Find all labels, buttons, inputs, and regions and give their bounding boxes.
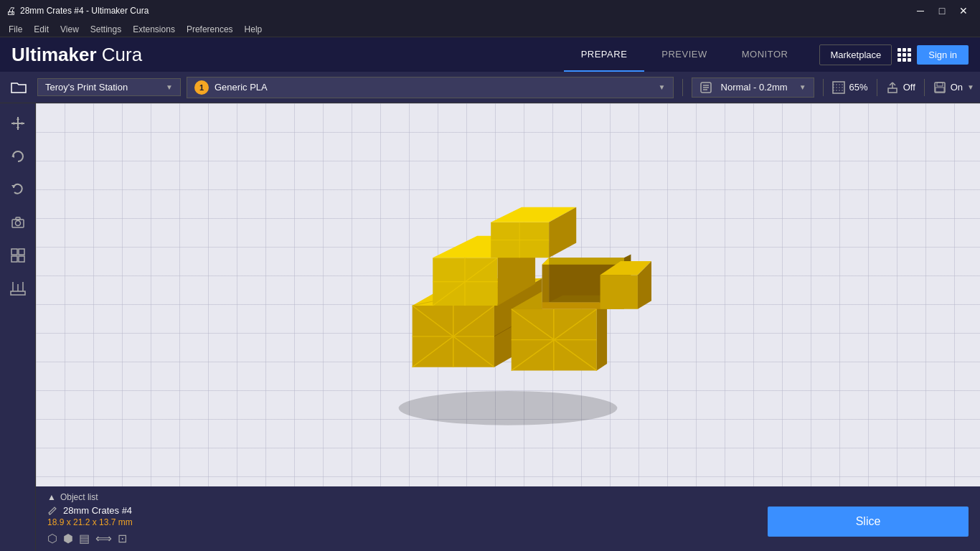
- camera-tool[interactable]: [5, 209, 31, 235]
- save-control[interactable]: On ▼: [933, 81, 974, 94]
- collapse-icon: ▲: [47, 492, 56, 502]
- material-badge: 1: [194, 80, 209, 95]
- menu-edit[interactable]: Edit: [28, 23, 55, 36]
- profile-dropdown-arrow[interactable]: ▼: [799, 83, 806, 91]
- tab-preview[interactable]: PREVIEW: [644, 37, 724, 72]
- toolbar-divider-1: [682, 79, 683, 96]
- object-solid-icon[interactable]: ⬢: [63, 532, 73, 545]
- svg-rect-25: [16, 217, 20, 220]
- save-dropdown-arrow[interactable]: ▼: [967, 83, 974, 91]
- app-logo: Ultimaker Cura: [11, 44, 142, 66]
- object-mirror-icon[interactable]: ⟺: [95, 532, 112, 545]
- material-dropdown-arrow[interactable]: ▼: [659, 83, 666, 91]
- svg-rect-27: [19, 249, 24, 255]
- marketplace-button[interactable]: Marketplace: [819, 44, 892, 65]
- left-sidebar: [0, 103, 36, 551]
- main-area: ▲ Object list 28mm Crates #4 18.9 x 21.2…: [0, 103, 980, 551]
- svg-rect-30: [11, 291, 25, 295]
- object-list-label: Object list: [60, 492, 98, 502]
- move-tool[interactable]: [5, 110, 31, 136]
- nav-tabs: PREPARE PREVIEW MONITOR: [564, 37, 806, 72]
- object-view-icon[interactable]: ⬡: [47, 532, 57, 545]
- rotate-tool[interactable]: [5, 143, 31, 169]
- save-label: On: [951, 82, 963, 93]
- window-title: 28mm Crates #4 - Ultimaker Cura: [20, 6, 149, 16]
- printer-name: Teroy's Print Station: [45, 82, 128, 93]
- slice-panel: Slice: [768, 507, 969, 537]
- maximize-button[interactable]: □: [931, 0, 953, 22]
- toolbar-divider-3: [877, 79, 877, 96]
- menu-preferences[interactable]: Preferences: [181, 23, 239, 36]
- material-name: Generic PLA: [215, 82, 268, 93]
- menu-help[interactable]: Help: [239, 23, 268, 36]
- infill-percent: 65%: [849, 82, 868, 93]
- svg-marker-20: [22, 122, 24, 125]
- support-control[interactable]: Off: [886, 81, 915, 94]
- support-tool[interactable]: [5, 276, 31, 301]
- menu-bar: File Edit View Settings Extensions Prefe…: [0, 22, 980, 37]
- object-list-header[interactable]: ▲ Object list: [47, 492, 969, 502]
- svg-rect-28: [11, 256, 17, 262]
- menu-extensions[interactable]: Extensions: [127, 23, 181, 36]
- svg-point-24: [15, 221, 20, 226]
- slice-button[interactable]: Slice: [768, 507, 969, 537]
- svg-marker-18: [17, 127, 19, 130]
- toolbar-divider-2: [823, 79, 824, 96]
- toolbar-divider-4: [924, 79, 925, 96]
- 3d-model: [364, 169, 651, 442]
- printer-dropdown-arrow[interactable]: ▼: [166, 83, 173, 91]
- svg-rect-29: [19, 256, 24, 262]
- tab-prepare[interactable]: PREPARE: [564, 37, 645, 72]
- tab-monitor[interactable]: MONITOR: [725, 37, 806, 72]
- svg-rect-26: [11, 249, 17, 255]
- svg-marker-70: [600, 275, 638, 309]
- object-layer-icon[interactable]: ▤: [79, 532, 90, 545]
- signin-button[interactable]: Sign in: [917, 45, 969, 65]
- svg-rect-14: [936, 88, 944, 92]
- menu-file[interactable]: File: [3, 23, 28, 36]
- menu-settings[interactable]: Settings: [85, 23, 127, 36]
- svg-point-34: [399, 391, 618, 425]
- close-button[interactable]: ✕: [953, 0, 974, 22]
- top-nav: Ultimaker Cura PREPARE PREVIEW MONITOR M…: [0, 37, 980, 72]
- toolbar: Teroy's Print Station ▼ 1 Generic PLA ▼ …: [0, 72, 980, 103]
- logo-part1: Ultimaker: [11, 44, 97, 65]
- minimize-button[interactable]: ─: [910, 0, 931, 22]
- printer-selector[interactable]: Teroy's Print Station ▼: [37, 78, 181, 96]
- open-folder-button[interactable]: [6, 75, 32, 100]
- menu-view[interactable]: View: [55, 23, 85, 36]
- title-bar: 🖨 28mm Crates #4 - Ultimaker Cura ─ □ ✕: [0, 0, 980, 22]
- svg-marker-19: [11, 122, 14, 125]
- object-settings-icon[interactable]: ⊡: [118, 532, 127, 545]
- svg-rect-8: [888, 88, 897, 93]
- svg-marker-59: [542, 258, 550, 309]
- nav-right: Marketplace Sign in: [819, 44, 969, 65]
- material-selector[interactable]: 1 Generic PLA ▼: [187, 77, 674, 98]
- grid-icon[interactable]: [897, 48, 911, 62]
- svg-marker-22: [11, 185, 16, 188]
- svg-marker-17: [17, 117, 19, 120]
- undo-tool[interactable]: [5, 176, 31, 202]
- infill-control[interactable]: 65%: [832, 81, 868, 94]
- profile-name: Normal - 0.2mm: [721, 82, 788, 93]
- edit-icon[interactable]: [47, 506, 57, 516]
- logo-part2: Cura: [102, 44, 142, 65]
- group-tool[interactable]: [5, 242, 31, 268]
- object-name: 28mm Crates #4: [63, 505, 132, 516]
- support-label: Off: [903, 82, 915, 93]
- profile-selector[interactable]: Normal - 0.2mm ▼: [692, 77, 814, 98]
- viewport[interactable]: ▲ Object list 28mm Crates #4 18.9 x 21.2…: [36, 103, 980, 551]
